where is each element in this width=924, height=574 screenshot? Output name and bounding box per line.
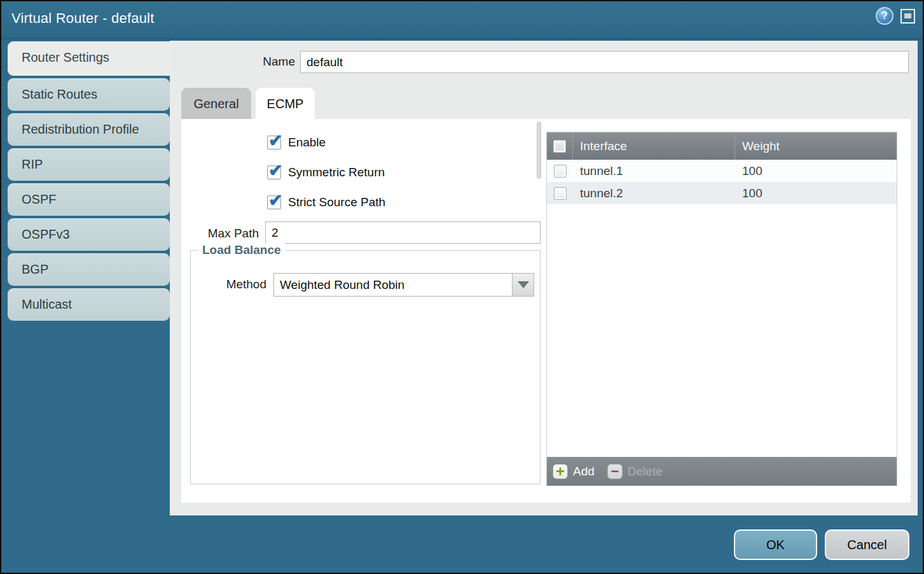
ok-button[interactable]: OK [734,529,817,560]
symmetric-return-checkbox[interactable] [267,165,281,179]
name-input[interactable] [300,51,909,73]
restore-window-icon[interactable] [900,9,915,24]
delete-button[interactable]: − Delete [607,464,663,479]
weight-cell: 100 [735,160,897,182]
max-path-input[interactable] [265,221,541,244]
select-all-cell [547,132,573,160]
table-row[interactable]: tunnel.1 100 [547,160,897,182]
interface-cell: tunnel.1 [573,160,735,182]
chevron-down-icon [518,281,529,288]
tab-ecmp[interactable]: ECMP [256,88,315,120]
interface-weight-table: Interface Weight tunnel.1 100 tunnel.2 1… [546,132,897,486]
row-select-cell [547,160,573,182]
method-value: Weighted Round Robin [280,274,404,296]
sidebar-item-bgp[interactable]: BGP [8,253,170,286]
weight-cell: 100 [735,182,897,204]
weight-column-header[interactable]: Weight [735,132,897,160]
sidebar-item-static-routes[interactable]: Static Routes [8,78,170,111]
table-header: Interface Weight [547,132,897,160]
row-select-cell [547,182,573,204]
minus-icon: − [607,464,623,479]
max-path-label: Max Path [181,223,259,244]
select-all-checkbox[interactable] [553,140,566,153]
add-button[interactable]: + Add [553,464,595,479]
cancel-button[interactable]: Cancel [825,529,909,560]
sidebar-item-ospf[interactable]: OSPF [8,183,170,216]
sidebar-item-router-settings[interactable]: Router Settings [8,41,171,76]
sidebar-item-redistribution-profile[interactable]: Redistribution Profile [8,113,170,146]
symmetric-return-row: Symmetric Return [267,165,385,180]
interface-cell: tunnel.2 [573,182,735,204]
sidebar-item-ospfv3[interactable]: OSPFv3 [8,218,170,251]
plus-icon: + [553,464,568,479]
ecmp-tab-content: Enable Symmetric Return Strict Source Pa… [181,119,911,503]
interface-column-header[interactable]: Interface [573,132,735,160]
table-footer: + Add − Delete [547,457,897,486]
method-dropdown-trigger[interactable] [512,274,534,296]
name-label: Name [221,51,295,73]
delete-button-label: Delete [628,465,663,479]
dialog-titlebar: Virtual Router - default ? [1,1,923,39]
sidebar-item-multicast[interactable]: Multicast [8,288,170,321]
enable-label: Enable [288,136,326,150]
symmetric-return-label: Symmetric Return [288,165,385,179]
virtual-router-dialog: Virtual Router - default ? Router Settin… [0,0,924,574]
load-balance-legend: Load Balance [198,243,285,257]
method-select[interactable]: Weighted Round Robin [273,273,534,297]
add-button-label: Add [573,465,595,479]
row-checkbox[interactable] [554,187,567,200]
help-icon[interactable]: ? [876,7,893,25]
load-balance-fieldset: Load Balance Method Weighted Round Robin [190,250,541,484]
table-row[interactable]: tunnel.2 100 [547,182,897,204]
sidebar-item-rip[interactable]: RIP [8,148,170,181]
strict-source-path-label: Strict Source Path [288,195,385,209]
table-empty-area [547,204,897,457]
tab-general[interactable]: General [181,88,251,120]
form-scrollbar[interactable] [537,122,541,179]
method-label: Method [203,273,266,296]
strict-source-path-checkbox[interactable] [267,195,281,209]
router-settings-panel: Name General ECMP Enable Symmetric Retur… [170,41,918,515]
enable-row: Enable [267,135,326,150]
dialog-title: Virtual Router - default [11,10,155,27]
enable-checkbox[interactable] [267,136,281,150]
row-checkbox[interactable] [554,165,567,178]
strict-source-path-row: Strict Source Path [267,195,385,210]
